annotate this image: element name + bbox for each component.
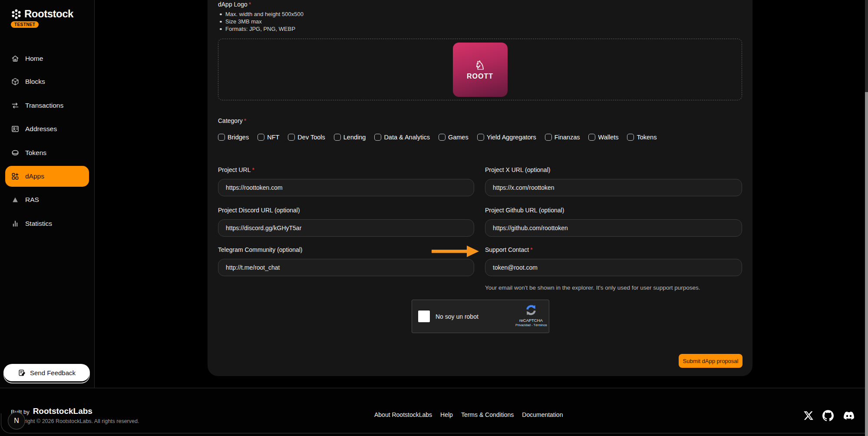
project-x-url-label: Project X URL (optional) xyxy=(485,166,742,173)
project-url-label: Project URL* xyxy=(218,166,474,173)
category-option-bridges[interactable]: Bridges xyxy=(218,134,249,141)
project-x-url-input[interactable]: https://x.com/roottoken xyxy=(485,179,742,196)
tokens-icon xyxy=(11,149,20,157)
feedback-icon xyxy=(18,369,26,377)
logo-rule: Max. width and height 500x500 xyxy=(220,10,304,18)
scrollbar-thumb[interactable] xyxy=(865,92,868,436)
sidebar: Rootstock TESTNET Home Blocks Transacti xyxy=(0,0,95,388)
field-github-url: Project Github URL (optional) https://gi… xyxy=(485,207,742,237)
field-support-contact: Support Contact* token@root.com xyxy=(485,246,742,276)
sidebar-item-label: Home xyxy=(25,55,43,63)
annotation-arrow xyxy=(430,243,484,261)
sidebar-item-dapps[interactable]: dApps xyxy=(5,166,89,187)
category-option-lending[interactable]: Lending xyxy=(334,134,366,141)
sidebar-item-blocks[interactable]: Blocks xyxy=(0,74,95,89)
checkbox[interactable] xyxy=(588,134,595,141)
sidebar-item-label: Blocks xyxy=(25,78,45,86)
category-label: Category* xyxy=(218,117,246,124)
page: Rootstock TESTNET Home Blocks Transacti xyxy=(0,0,868,436)
checkbox[interactable] xyxy=(477,134,484,141)
sidebar-item-label: Transactions xyxy=(25,102,63,109)
checkbox[interactable] xyxy=(257,134,264,141)
footer-link-about[interactable]: About RootstockLabs xyxy=(374,411,432,418)
telegram-input[interactable]: http://t.me/root_chat xyxy=(218,259,474,276)
category-option-yield[interactable]: Yield Aggregators xyxy=(477,134,536,141)
category-option-tokens[interactable]: Tokens xyxy=(627,134,657,141)
blocks-icon xyxy=(11,77,20,86)
sidebar-item-label: RAS xyxy=(25,196,39,204)
footer: Built by RootstockLabs Copyright © 2026 … xyxy=(0,388,868,436)
social-icons xyxy=(803,409,855,422)
company-name[interactable]: RootstockLabs xyxy=(33,406,92,416)
logo-dropzone[interactable]: ♘ ROOTT xyxy=(218,39,742,100)
footer-link-terms[interactable]: Terms & Conditions xyxy=(461,411,514,418)
support-helper-text: Your email won't be shown in the explore… xyxy=(485,284,700,291)
checkbox[interactable] xyxy=(627,134,634,141)
support-contact-input[interactable]: token@root.com xyxy=(485,259,742,276)
brand-name: Rootstock xyxy=(24,8,73,20)
checkbox[interactable] xyxy=(374,134,381,141)
github-url-label: Project Github URL (optional) xyxy=(485,207,742,214)
project-url-input[interactable]: https://roottoken.com xyxy=(218,179,474,196)
logo-rules: Max. width and height 500x500 Size 3MB m… xyxy=(220,10,304,33)
recaptcha-label: No soy un robot xyxy=(436,313,479,320)
rootstock-logo-icon xyxy=(11,9,22,20)
submit-dapp-proposal-button[interactable]: Submit dApp proposal xyxy=(679,354,743,368)
recaptcha-checkbox[interactable] xyxy=(418,310,430,322)
sidebar-item-tokens[interactable]: Tokens xyxy=(0,145,95,160)
category-option-wallets[interactable]: Wallets xyxy=(588,134,618,141)
discord-url-label: Project Discord URL (optional) xyxy=(218,207,474,214)
footer-link-help[interactable]: Help xyxy=(440,411,453,418)
ras-icon xyxy=(11,195,20,204)
checkbox[interactable] xyxy=(218,134,225,141)
logo-preview-text: ROOTT xyxy=(467,73,493,80)
recaptcha-icon xyxy=(524,303,538,317)
sidebar-item-transactions[interactable]: Transactions xyxy=(0,98,95,113)
brand[interactable]: Rootstock xyxy=(11,8,73,20)
recaptcha-brand: reCAPTCHA Privacidad - Términos xyxy=(515,303,547,327)
sidebar-item-statistics[interactable]: Statistics xyxy=(0,216,95,231)
checkbox[interactable] xyxy=(439,134,446,141)
sidebar-item-ras[interactable]: RAS xyxy=(0,192,95,207)
testnet-badge: TESTNET xyxy=(11,21,39,28)
category-options: Bridges NFT Dev Tools Lending Data & Ana… xyxy=(218,134,657,141)
category-option-nft[interactable]: NFT xyxy=(257,134,279,141)
category-option-finanzas[interactable]: Finanzas xyxy=(545,134,580,141)
checkbox[interactable] xyxy=(334,134,341,141)
recaptcha-terms[interactable]: Privacidad - Términos xyxy=(515,323,547,327)
feedback-label: Send Feedback xyxy=(30,369,76,377)
built-by: Built by RootstockLabs xyxy=(11,406,92,416)
sidebar-item-label: Addresses xyxy=(25,125,57,133)
recaptcha-widget: No soy un robot reCAPTCHA Privacidad - T… xyxy=(412,300,549,333)
sidebar-item-label: Statistics xyxy=(25,220,52,228)
github-icon[interactable] xyxy=(822,410,834,421)
sidebar-item-label: Tokens xyxy=(25,149,46,157)
logo-preview: ♘ ROOTT xyxy=(453,43,508,97)
dapp-proposal-card: dApp Logo* Max. width and height 500x500… xyxy=(208,0,752,376)
transactions-icon xyxy=(11,101,20,110)
discord-icon[interactable] xyxy=(842,410,855,421)
dapps-icon xyxy=(11,172,20,181)
field-discord-url: Project Discord URL (optional) https://d… xyxy=(218,207,474,237)
knight-icon: ♘ xyxy=(475,59,485,72)
copyright: Copyright © 2026 RootstockLabs. All righ… xyxy=(12,418,139,424)
logo-rule: Size 3MB max xyxy=(220,18,304,25)
category-option-devtools[interactable]: Dev Tools xyxy=(288,134,325,141)
discord-url-input[interactable]: https://discord.gg/kGHyT5ar xyxy=(218,219,474,237)
dapp-logo-label: dApp Logo* xyxy=(218,1,251,8)
category-option-data-analytics[interactable]: Data & Analytics xyxy=(374,134,430,141)
footer-links: About RootstockLabs Help Terms & Conditi… xyxy=(374,411,563,418)
statistics-icon xyxy=(11,219,20,228)
n-avatar[interactable]: N xyxy=(8,412,25,429)
x-icon[interactable] xyxy=(803,410,814,421)
send-feedback-button[interactable]: Send Feedback xyxy=(3,364,90,381)
checkbox[interactable] xyxy=(288,134,295,141)
github-url-input[interactable]: https://github.com/roottoken xyxy=(485,219,742,237)
checkbox[interactable] xyxy=(545,134,552,141)
footer-link-docs[interactable]: Documentation xyxy=(522,411,563,418)
support-contact-label: Support Contact* xyxy=(485,246,742,253)
category-option-games[interactable]: Games xyxy=(439,134,469,141)
sidebar-item-addresses[interactable]: Addresses xyxy=(0,122,95,136)
sidebar-item-home[interactable]: Home xyxy=(0,51,95,66)
field-project-x-url: Project X URL (optional) https://x.com/r… xyxy=(485,166,742,196)
